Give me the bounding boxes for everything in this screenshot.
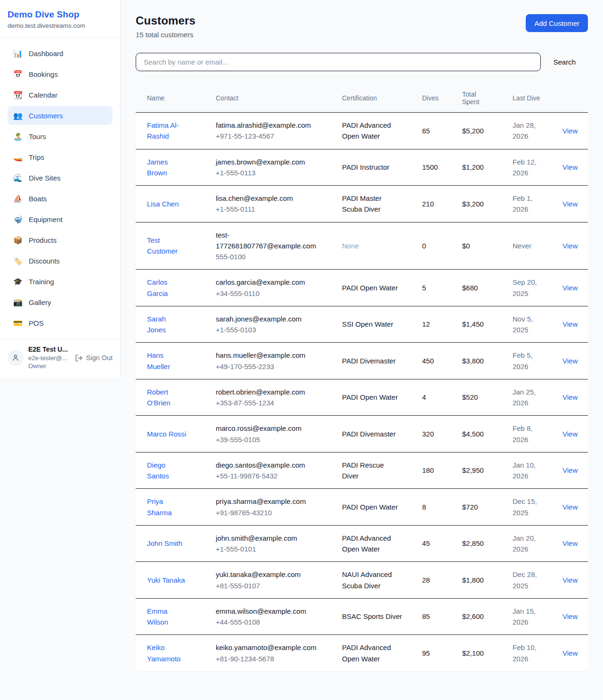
customer-name-link[interactable]: Yuki Tanaka	[147, 576, 185, 584]
credit-card-icon: 💳	[13, 319, 23, 328]
customer-email: diego.santos@example.com	[216, 460, 322, 470]
customer-name-link[interactable]: Emma Wilson	[147, 607, 168, 626]
customer-email: yuki.tanaka@example.com	[216, 569, 322, 580]
label-tag-icon: 🏷️	[13, 256, 23, 265]
sidebar-item-customers[interactable]: 👥 Customers	[8, 106, 113, 125]
table-row: James Brown james.brown@example.com +1-5…	[136, 149, 588, 186]
sidebar-item-discounts[interactable]: 🏷️ Discounts	[8, 251, 113, 270]
customer-total-spent: $3,800	[451, 343, 501, 379]
customer-name-link[interactable]: Carlos Garcia	[147, 278, 168, 297]
sidebar-item-pos[interactable]: 💳 POS	[8, 313, 113, 332]
customer-dives: 180	[411, 453, 451, 489]
customer-name-link[interactable]: Lisa Chen	[147, 200, 179, 208]
sidebar-item-dashboard[interactable]: 📊 Dashboard	[8, 44, 113, 63]
view-customer-link[interactable]: View	[562, 539, 578, 547]
sidebar-item-products[interactable]: 📦 Products	[8, 231, 113, 249]
search-bar: Search	[136, 53, 588, 71]
search-button[interactable]: Search	[541, 58, 588, 66]
view-customer-link[interactable]: View	[562, 393, 578, 401]
diving-mask-icon: 🤿	[13, 215, 23, 224]
customer-phone: +34-555-0110	[216, 288, 322, 299]
sidebar-item-calendar[interactable]: 📆 Calendar	[8, 85, 113, 104]
column-header-total-spent: Total Spent	[451, 83, 501, 113]
view-customer-link[interactable]: View	[562, 649, 578, 657]
customer-dives: 28	[411, 562, 451, 599]
customer-phone: +81-555-0107	[216, 580, 322, 591]
customer-total-spent: $720	[451, 489, 501, 526]
customer-last-dive: Jan 15, 2026	[501, 599, 551, 635]
user-name: E2E Test U...	[28, 345, 70, 354]
table-row: Emma Wilson emma.wilson@example.com +44-…	[136, 599, 588, 635]
customer-name-link[interactable]: Hans Mueller	[147, 351, 170, 370]
sidebar-item-gallery[interactable]: 📸 Gallery	[8, 293, 113, 312]
customer-total-spent: $3,200	[451, 186, 501, 222]
customer-last-dive: Dec 28, 2025	[501, 562, 551, 599]
customer-email: keiko.yamamoto@example.com	[216, 642, 322, 653]
sidebar-item-label: Boats	[29, 195, 47, 203]
sidebar-item-bookings[interactable]: 📅 Bookings	[8, 65, 113, 83]
sidebar-item-boats[interactable]: ⛵ Boats	[8, 189, 113, 208]
table-row: Diego Santos diego.santos@example.com +5…	[136, 453, 588, 489]
customer-phone: +1-555-0113	[216, 167, 322, 178]
page-header: Customers 15 total customers Add Custome…	[136, 14, 588, 39]
customer-name-link[interactable]: Fatima Al-Rashid	[147, 121, 179, 140]
users-icon: 👥	[13, 111, 23, 120]
view-customer-link[interactable]: View	[562, 576, 578, 584]
customer-email: fatima.alrashid@example.com	[216, 120, 322, 131]
customer-name-link[interactable]: Marco Rossi	[147, 430, 186, 438]
view-customer-link[interactable]: View	[562, 320, 578, 328]
customer-dives: 1500	[411, 149, 451, 186]
customer-email: john.smith@example.com	[216, 533, 322, 544]
view-customer-link[interactable]: View	[562, 466, 578, 474]
customer-certification: PADI Rescue Diver	[342, 461, 384, 480]
customer-name-link[interactable]: Priya Sharma	[147, 497, 172, 516]
customer-name-link[interactable]: Keiko Yamamoto	[147, 643, 180, 662]
table-row: Yuki Tanaka yuki.tanaka@example.com +81-…	[136, 562, 588, 599]
island-icon: 🏝️	[13, 132, 23, 141]
view-customer-link[interactable]: View	[562, 503, 578, 511]
table-header-row: Name Contact Certification Dives Total S…	[136, 83, 588, 113]
customer-dives: 8	[411, 489, 451, 526]
customer-dives: 85	[411, 599, 451, 635]
shop-domain: demo.test.divestreams.com	[8, 22, 113, 29]
sidebar-item-dive-sites[interactable]: 🌊 Dive Sites	[8, 168, 113, 187]
sidebar-item-tours[interactable]: 🏝️ Tours	[8, 127, 113, 146]
sidebar-item-training[interactable]: 🎓 Training	[8, 272, 113, 291]
customer-name-link[interactable]: James Brown	[147, 158, 168, 177]
view-customer-link[interactable]: View	[562, 430, 578, 438]
view-customer-link[interactable]: View	[562, 284, 578, 292]
customer-name-link[interactable]: John Smith	[147, 539, 182, 547]
column-header-actions	[551, 83, 588, 113]
view-customer-link[interactable]: View	[562, 242, 578, 250]
view-customer-link[interactable]: View	[562, 612, 578, 620]
add-customer-button[interactable]: Add Customer	[526, 14, 588, 32]
view-customer-link[interactable]: View	[562, 357, 578, 365]
customer-phone: +55-11-99876-5432	[216, 470, 322, 481]
view-customer-link[interactable]: View	[562, 127, 578, 135]
customer-dives: 4	[411, 379, 451, 416]
customer-last-dive: Jan 20, 2026	[501, 526, 551, 562]
view-customer-link[interactable]: View	[562, 200, 578, 208]
customer-name-link[interactable]: Diego Santos	[147, 461, 169, 480]
table-row: Fatima Al-Rashid fatima.alrashid@example…	[136, 113, 588, 149]
customer-last-dive: Feb 5, 2026	[501, 343, 551, 379]
view-customer-link[interactable]: View	[562, 163, 578, 171]
sidebar-item-trips[interactable]: 🚤 Trips	[8, 148, 113, 166]
customer-certification: PADI Open Water	[342, 503, 398, 511]
customer-certification: PADI Advanced Open Water	[342, 643, 391, 662]
sidebar-item-equipment[interactable]: 🤿 Equipment	[8, 210, 113, 229]
customer-email: robert.obrien@example.com	[216, 387, 322, 397]
search-input[interactable]	[136, 53, 541, 71]
table-row: Keiko Yamamoto keiko.yamamoto@example.co…	[136, 635, 588, 671]
customer-name-link[interactable]: Robert O'Brien	[147, 388, 171, 407]
customer-last-dive: Feb 1, 2026	[501, 186, 551, 222]
sidebar-item-label: Customers	[29, 112, 63, 120]
customer-phone: +81-90-1234-5678	[216, 653, 322, 664]
column-header-name: Name	[136, 83, 204, 113]
customer-name-link[interactable]: Test Customer	[147, 236, 178, 255]
customer-certification: PADI Master Scuba Diver	[342, 194, 382, 213]
customer-email: carlos.garcia@example.com	[216, 277, 322, 288]
sign-out-button[interactable]: Sign Out	[75, 354, 113, 362]
customer-name-link[interactable]: Sarah Jones	[147, 315, 166, 334]
customer-last-dive: Feb 12, 2026	[501, 149, 551, 186]
